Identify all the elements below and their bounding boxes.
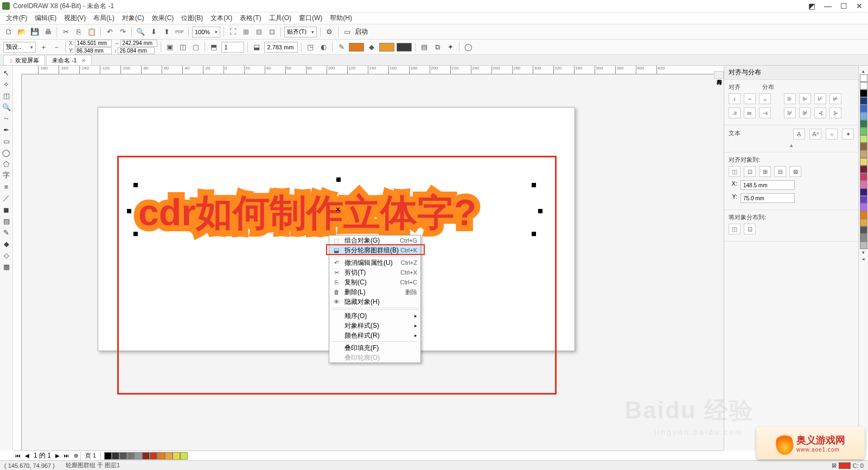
palette-swatch[interactable] bbox=[860, 204, 867, 211]
transparency-tool[interactable]: ▨ bbox=[1, 215, 12, 226]
ctx-item-2[interactable]: ↶撤消编辑属性(U)Ctrl+Z bbox=[329, 258, 420, 268]
palette-swatch[interactable] bbox=[860, 128, 867, 135]
align-right-button[interactable]: ⫠ bbox=[759, 93, 771, 104]
ctx-item-9[interactable]: 颜色样式(R)▸ bbox=[329, 331, 420, 340]
text-superscript-button[interactable]: Aᵃ bbox=[809, 129, 821, 139]
ctx-item-6[interactable]: 👁隐藏对象(H) bbox=[329, 297, 420, 307]
zoom-tool[interactable]: 🔍 bbox=[1, 101, 12, 112]
dist-spacing-h-button[interactable]: ⊬ bbox=[814, 93, 826, 104]
undo-button[interactable]: ↶ bbox=[104, 27, 115, 37]
page-next-button[interactable]: ▶ bbox=[53, 453, 62, 459]
outline-tool[interactable]: ◇ bbox=[1, 250, 12, 261]
palette-swatch[interactable] bbox=[860, 226, 867, 234]
palette-swatch[interactable] bbox=[860, 143, 867, 150]
palette-swatch[interactable] bbox=[860, 219, 867, 226]
palette-swatch[interactable] bbox=[860, 242, 867, 249]
menu-help[interactable]: 帮助(H) bbox=[327, 12, 355, 24]
doc-palette-swatch[interactable] bbox=[142, 452, 150, 460]
palette-swatch[interactable] bbox=[860, 166, 867, 173]
text-box-button[interactable]: ⟐ bbox=[826, 129, 838, 139]
palette-swatch[interactable] bbox=[860, 150, 867, 158]
menu-edit[interactable]: 编辑(E) bbox=[32, 12, 59, 24]
palette-swatch[interactable] bbox=[860, 211, 867, 219]
copy-button[interactable]: ⎘ bbox=[73, 27, 84, 37]
straightline-tool[interactable]: ／ bbox=[1, 193, 12, 204]
remove-preset-button[interactable]: － bbox=[51, 42, 62, 53]
h-input[interactable] bbox=[118, 47, 155, 54]
align-top-button[interactable]: ⫡ bbox=[729, 107, 741, 118]
collapse-arrow[interactable]: ▴ bbox=[729, 139, 854, 149]
fill-color2-swatch[interactable] bbox=[397, 43, 412, 52]
minimize-button[interactable]: — bbox=[824, 2, 832, 10]
palette-swatch[interactable] bbox=[860, 135, 867, 143]
palette-scroll-down[interactable]: ▾ bbox=[862, 249, 865, 256]
launch-icon[interactable]: ▭ bbox=[342, 27, 353, 37]
align-bottom-button[interactable]: ⫣ bbox=[759, 107, 771, 118]
distto-page-button[interactable]: ⊡ bbox=[744, 224, 756, 234]
save-button[interactable]: 💾 bbox=[29, 27, 40, 37]
pick-tool[interactable]: ↖ bbox=[1, 67, 12, 78]
page-last-button[interactable]: ⏭ bbox=[62, 453, 72, 459]
palette-swatch[interactable] bbox=[860, 173, 867, 181]
palette-swatch[interactable] bbox=[860, 188, 867, 196]
paste-button[interactable]: 📋 bbox=[86, 27, 97, 37]
menu-table[interactable]: 表格(T) bbox=[237, 12, 264, 24]
menu-effects[interactable]: 效果(C) bbox=[149, 12, 177, 24]
w-input[interactable] bbox=[120, 40, 157, 47]
dist-center-v-button[interactable]: ⊯ bbox=[799, 107, 811, 118]
import-button[interactable]: ⬇ bbox=[148, 27, 159, 37]
zoom-dropdown[interactable]: 100% bbox=[192, 27, 220, 37]
doc-palette-swatch[interactable] bbox=[180, 452, 188, 460]
new-doc-button[interactable]: 🗋 bbox=[3, 27, 14, 37]
palette-swatch[interactable] bbox=[860, 97, 867, 105]
doc-palette-swatch[interactable] bbox=[112, 452, 119, 460]
steps-input[interactable] bbox=[221, 42, 244, 53]
shape-tool[interactable]: ✧ bbox=[1, 79, 12, 90]
dropshadow-tool[interactable]: ◼ bbox=[1, 204, 12, 215]
crop-tool[interactable]: ◫ bbox=[1, 90, 12, 101]
doc-palette-swatch[interactable] bbox=[119, 452, 127, 460]
dist-spacing-v-button[interactable]: ⊰ bbox=[814, 107, 826, 118]
options-button[interactable]: ⚙ bbox=[324, 27, 335, 37]
contour-center-button[interactable]: ◫ bbox=[177, 42, 188, 53]
alignto-grid-button[interactable]: ⊟ bbox=[774, 166, 786, 177]
fullscreen-button[interactable]: ⛶ bbox=[227, 27, 238, 37]
ctx-item-5[interactable]: 🗑删除(L)删除 bbox=[329, 287, 420, 297]
align-left-button[interactable]: ⫞ bbox=[729, 93, 741, 104]
fill-color-swatch[interactable] bbox=[379, 43, 394, 52]
docker-vertical-tab[interactable]: 对齐与分布 bbox=[714, 71, 724, 79]
ruler-vertical[interactable] bbox=[13, 74, 22, 450]
redo-button[interactable]: ↷ bbox=[117, 27, 128, 37]
ctx-item-7[interactable]: 顺序(O)▸ bbox=[329, 311, 420, 321]
menu-view[interactable]: 视图(V) bbox=[61, 12, 88, 24]
ctx-item-8[interactable]: 对象样式(S)▸ bbox=[329, 321, 420, 331]
smartfill-tool[interactable]: ▦ bbox=[1, 261, 12, 272]
snap-dropdown[interactable]: 贴齐(T) bbox=[284, 27, 317, 37]
canvas-area[interactable]: -180-160-140-120-100-80-60-40-2002040608… bbox=[13, 66, 724, 450]
ctx-item-4[interactable]: ⎘复制(C)Ctrl+C bbox=[329, 277, 420, 287]
doc-palette-swatch[interactable] bbox=[173, 452, 180, 460]
export-button[interactable]: ⬆ bbox=[161, 27, 172, 37]
palette-swatch[interactable] bbox=[860, 105, 867, 112]
doc-palette-swatch[interactable] bbox=[157, 452, 165, 460]
text-baseline-button[interactable]: Ạ bbox=[793, 129, 805, 139]
alignto-point-button[interactable]: ⊠ bbox=[789, 166, 801, 177]
show-rulers-button[interactable]: ⊞ bbox=[240, 27, 251, 37]
menu-file[interactable]: 文件(F) bbox=[3, 12, 30, 24]
palette-swatch[interactable] bbox=[860, 90, 867, 97]
artistic-tool[interactable]: ✒ bbox=[1, 124, 12, 135]
contour-outside-button[interactable]: ▢ bbox=[190, 42, 201, 53]
alignto-x-input[interactable] bbox=[741, 180, 795, 190]
help-hint-button[interactable]: ◯ bbox=[463, 42, 474, 53]
ctx-item-10[interactable]: 叠印填充(F) bbox=[329, 343, 420, 353]
contour-inside-button[interactable]: ▣ bbox=[164, 42, 175, 53]
menu-window[interactable]: 窗口(W) bbox=[296, 12, 325, 24]
maximize-button[interactable]: ☐ bbox=[840, 2, 847, 10]
palette-swatch[interactable] bbox=[860, 158, 867, 166]
dist-top-button[interactable]: ⊮ bbox=[784, 107, 796, 118]
align-center-h-button[interactable]: ⫟ bbox=[744, 93, 756, 104]
menu-layout[interactable]: 布局(L) bbox=[91, 12, 117, 24]
page-tab[interactable]: 页 1 bbox=[80, 452, 101, 460]
palette-swatch[interactable] bbox=[860, 234, 867, 242]
page-first-button[interactable]: ⏮ bbox=[13, 453, 23, 459]
